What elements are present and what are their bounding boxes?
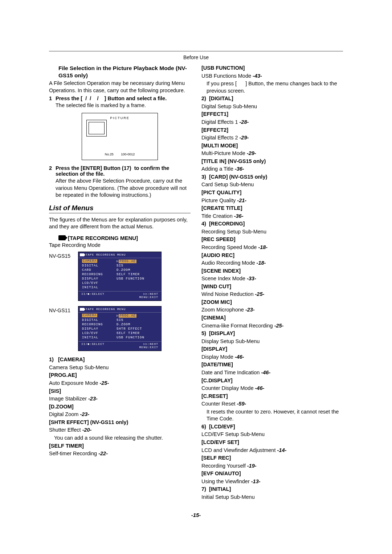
menu-heading: [SCENE INDEX] xyxy=(201,268,343,275)
menu-desc: Shutter Effect -20- xyxy=(49,427,191,434)
menu-row: DISPLAYUSB FUNCTION xyxy=(78,277,161,281)
menu-heading: [AUDIO REC] xyxy=(201,252,343,259)
menu-col-left: DIGITAL xyxy=(82,318,117,322)
header-divider xyxy=(49,51,343,52)
menu-desc: Digital Effects 2 -29- xyxy=(201,134,343,142)
tape-menu-title-text: [TAPE RECORDING MENU] xyxy=(68,235,138,241)
section-number: 3) xyxy=(201,174,206,180)
section-number: 1) xyxy=(49,357,54,362)
list-of-menus-intro: The figures of the Menus are for explana… xyxy=(49,216,191,231)
page-ref: -28- xyxy=(240,119,249,125)
menu-desc-text: Wind Noise Reduction xyxy=(201,291,255,297)
menu-heading: [CREATE TITLE] xyxy=(201,205,343,212)
step-number: 1 xyxy=(49,95,56,101)
page-ref: -23- xyxy=(88,396,98,402)
left-column: File Selection in the Picture Playback M… xyxy=(49,64,191,502)
menu-row: RECORDINGD.ZOOM xyxy=(78,322,161,327)
step-number: 2 xyxy=(49,165,56,177)
camera-section-header: 1) [CAMERA] xyxy=(49,356,191,363)
menu-desc-text: Digital Effects 1 xyxy=(201,119,240,125)
picture-label: PICTURE xyxy=(82,116,158,120)
menu-desc-text: Audio Recording Mode xyxy=(201,260,257,266)
menu-desc: Counter Display Mode -46- xyxy=(201,385,343,392)
menu-desc-text: Recording Yourself xyxy=(201,463,247,469)
menu-desc: Image Stabilizer -23- xyxy=(49,395,191,403)
menu-desc-text: Date and Time Indication xyxy=(201,370,261,375)
menu-desc: USB Functions Mode -43- xyxy=(201,73,343,80)
menu-row: LCD/EVFSELF TIMER xyxy=(78,331,161,335)
menu-desc: Display Mode -46- xyxy=(201,354,343,361)
menu-row: CAMERA ▷PROG.AE xyxy=(78,259,161,264)
file-selection-title: File Selection in the Picture Playback M… xyxy=(58,65,191,79)
menu-title-text: TAPE RECORDING MENU xyxy=(86,253,126,256)
menu-row: CAMERA ▷PROG.AE xyxy=(78,313,161,318)
step-1: 1 Press the [ / / / ] Button and select … xyxy=(49,95,191,101)
menu-desc-text: Digital Zoom xyxy=(49,411,80,417)
menu-desc-text: Using the Viewfinder xyxy=(201,478,251,484)
camera-icon xyxy=(58,235,66,240)
page-ref: -20- xyxy=(82,427,92,433)
menu-heading: [C.DISPLAY] xyxy=(201,377,343,384)
menu-col-right: ▷PROG.AE xyxy=(117,259,158,263)
model-label-gs11: NV-GS11 xyxy=(49,306,78,313)
menu-col-right: SIS xyxy=(117,264,158,268)
menu-heading: [DISPLAY] xyxy=(201,346,343,353)
camera-sub: Camera Setup Sub-Menu xyxy=(49,364,191,371)
page-ref: -33- xyxy=(247,276,256,281)
menu-row: INITIALUSB FUNCTION xyxy=(78,335,161,340)
menu-col-left: DISPLAY xyxy=(82,277,117,281)
menu-title-bar: TAPE RECORDING MENU xyxy=(78,306,161,311)
menu-desc: Picture Quality -21- xyxy=(201,197,343,204)
menu-col-right: SELF TIMER xyxy=(117,273,158,276)
menu-desc: Auto Exposure Mode -25- xyxy=(49,380,191,387)
list-of-menus-title: List of Menus xyxy=(49,204,191,212)
menu-col-left: RECORDING xyxy=(82,273,117,276)
menu-desc: Recording Speed Mode -18- xyxy=(201,244,343,251)
page-ref: -59- xyxy=(237,401,246,407)
menu-desc: LCD and Viewfinder Adjustment -14- xyxy=(201,447,343,454)
menu-desc: Adding a Title -36- xyxy=(201,166,343,173)
page-ref: -19- xyxy=(247,463,257,469)
menu-heading: [CINEMA] xyxy=(201,314,343,322)
menu-desc-text: LCD and Viewfinder Adjustment xyxy=(201,447,277,453)
menu-row: LCD/EVF xyxy=(78,281,161,285)
menu-desc: Multi-Picture Mode -29- xyxy=(201,150,343,157)
menu-desc: Audio Recording Mode -18- xyxy=(201,260,343,267)
menu-desc: Self-timer Recording -22- xyxy=(49,450,191,457)
camera-icon xyxy=(80,253,84,256)
page-ref: -29- xyxy=(240,135,249,140)
menu-col-right: USB FUNCTION xyxy=(117,277,158,281)
shtr-note: You can add a sound like releasing the s… xyxy=(54,435,191,442)
menu-heading: [PICT QUALITY] xyxy=(201,189,343,196)
menu-heading: [MULTI MODE] xyxy=(201,142,343,150)
step-1-note: The selected file is marked by a frame. xyxy=(56,102,191,109)
page-ref: -14- xyxy=(277,447,287,453)
menu-heading: [TITLE IN] (NV-GS15 only) xyxy=(201,158,343,165)
page-section-header: Before Use xyxy=(49,54,343,60)
menu-title-bar: TAPE RECORDING MENU xyxy=(78,252,161,257)
menu-footer-next: ▷▷:NEXT xyxy=(143,292,158,296)
section-number: 4) xyxy=(201,221,206,227)
model-label-gs15: NV-GS15 xyxy=(49,252,78,259)
menu-col-right: SHTR EFFECT xyxy=(117,327,158,331)
menu-desc-text: USB Functions Mode xyxy=(201,73,253,79)
section-number: 7) xyxy=(201,486,206,492)
page-ref: -18- xyxy=(257,260,266,266)
menu-heading: [WIND CUT] xyxy=(201,283,343,290)
menu-desc-text: Scene Index Mode xyxy=(201,276,247,281)
menu-desc-text: Zoom Microphone xyxy=(201,307,245,313)
menu-row: DIGITALSIS xyxy=(78,318,161,322)
menu-col-right: SELF TIMER xyxy=(117,331,158,335)
menu-heading: [SELF TIMER] xyxy=(49,443,191,450)
menu-divider xyxy=(78,312,161,313)
menu-row: RECORDINGSELF TIMER xyxy=(78,272,161,277)
thumbnail xyxy=(89,122,105,134)
menu-desc-text: Recording Speed Mode xyxy=(201,244,258,250)
menu-desc-text: Auto Exposure Mode xyxy=(49,380,99,386)
menu-desc-text: Picture Quality xyxy=(201,197,237,203)
section-header: 4) [RECORDING] xyxy=(201,220,343,228)
page-ref: -13- xyxy=(251,478,261,484)
step-text: Press the [ENTER] Button (17) to confirm… xyxy=(56,165,191,177)
section-divider xyxy=(49,213,191,213)
two-column-layout: File Selection in the Picture Playback M… xyxy=(49,64,343,502)
